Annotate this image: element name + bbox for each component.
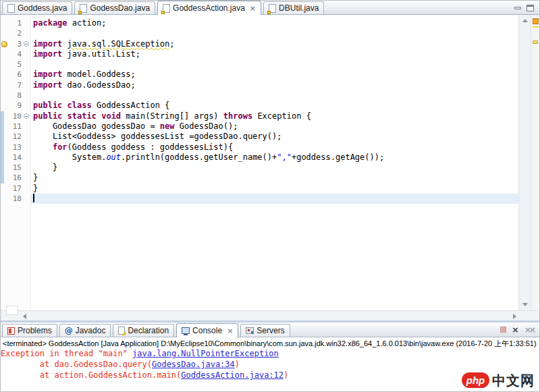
vertical-scrollbar[interactable]	[518, 15, 531, 310]
code-token: main(String[] args)	[121, 111, 223, 121]
fold-row	[23, 69, 30, 80]
fold-row	[23, 152, 30, 163]
code-token: +goddess.getAge());	[292, 152, 384, 162]
code-token: GodessDao();	[175, 121, 238, 131]
code-line: import java.util.List;	[31, 49, 518, 59]
stacktrace-link[interactable]: GodessDao.java:34	[152, 360, 235, 369]
eclipse-window: Goddess.javaGodessDao.javaGoddessAction.…	[0, 0, 540, 392]
code-token: ;	[169, 39, 174, 49]
scroll-right-icon[interactable]	[513, 314, 516, 319]
annotation-row	[1, 163, 8, 173]
editor-tab-dbutil-java[interactable]: DBUtil.java	[263, 1, 324, 14]
code-token: import	[33, 49, 62, 59]
tab-label: GodessDao.java	[90, 3, 150, 13]
code-token	[33, 142, 53, 152]
code-token: throws	[223, 111, 252, 121]
code-token	[62, 111, 67, 121]
code-line: GodessDao godessDao = new GodessDao();	[31, 121, 518, 132]
scroll-up-icon[interactable]	[522, 19, 528, 22]
code-token: for	[53, 142, 68, 152]
stacktrace-line: at dao.GodessDao.query(GodessDao.java:34…	[1, 359, 539, 370]
line-number-ruler[interactable]: 123456789101112131415161718	[8, 15, 23, 310]
code-line: System.out.println(goddess.getUser_name(…	[31, 152, 518, 163]
stderr-text: Exception in thread "main"	[1, 349, 132, 358]
console-tab-problems[interactable]: Problems	[2, 324, 57, 337]
tab-label: Declaration	[128, 326, 169, 335]
code-token: }	[33, 184, 38, 193]
code-token: System.	[33, 152, 106, 162]
console-tab-console[interactable]: Console×	[176, 323, 238, 337]
code-line: List<Goddess> goddessesList =godessDao.q…	[31, 132, 518, 142]
code-token: GodessDao godessDao =	[33, 121, 160, 131]
collapse-icon[interactable]	[24, 113, 29, 119]
code-line: public class GoddessAction {	[31, 101, 518, 111]
console-tab-javadoc[interactable]: @Javadoc	[59, 324, 111, 337]
text-cursor	[33, 194, 34, 202]
code-token: import	[33, 80, 62, 90]
scroll-down-icon[interactable]	[522, 303, 528, 306]
collapse-icon[interactable]	[24, 41, 29, 47]
stacktrace-link[interactable]: GoddessAction.java:12	[181, 370, 284, 380]
scroll-left-icon[interactable]	[23, 314, 26, 319]
quickfix-warning-icon[interactable]	[1, 41, 7, 47]
console-output[interactable]: Exception in thread "main" java.lang.Nul…	[1, 348, 539, 392]
editor-tab-godessdao-java[interactable]: GodessDao.java	[74, 1, 155, 14]
code-token: static	[68, 111, 97, 121]
code-token: import	[33, 39, 62, 49]
code-line: import model.Goddess;	[31, 69, 518, 80]
fold-row	[23, 101, 30, 111]
console-tab-bar: Problems@JavadocDeclarationConsole×Serve…	[1, 323, 539, 337]
terminate-icon[interactable]	[500, 327, 506, 333]
line-number: 5	[8, 59, 22, 69]
console-panel: Problems@JavadocDeclarationConsole×Serve…	[1, 320, 539, 392]
annotation-row	[1, 49, 8, 59]
remove-all-launches-icon[interactable]: ××	[524, 326, 534, 334]
warning-marker-icon[interactable]	[533, 40, 538, 44]
line-number: 14	[8, 152, 22, 163]
watermark-text: 中文网	[492, 373, 535, 388]
annotation-row	[1, 39, 8, 49]
fold-row	[23, 173, 30, 183]
tab-label: Console	[192, 326, 222, 335]
line-number: 11	[8, 121, 22, 132]
console-toolbar: × ××	[500, 325, 539, 337]
stacktrace-line: Exception in thread "main" java.lang.Nul…	[1, 348, 539, 359]
close-tab-icon[interactable]: ×	[250, 4, 256, 13]
folding-ruler[interactable]	[23, 15, 31, 310]
fold-row	[23, 28, 30, 38]
minimize-icon[interactable]	[514, 7, 521, 9]
annotation-ruler[interactable]	[1, 15, 8, 310]
code-area[interactable]: package action;import java.sql.SQLExcept…	[31, 15, 518, 310]
remove-launch-icon[interactable]: ×	[512, 325, 519, 334]
fold-row	[23, 59, 30, 69]
fold-row	[23, 49, 30, 59]
overview-warning-indicator[interactable]	[533, 18, 539, 24]
code-line: public static void main(String[] args) t…	[31, 111, 518, 121]
fold-row	[23, 111, 30, 121]
fold-row	[23, 121, 30, 132]
code-token: new	[160, 121, 175, 131]
console-tab-declaration[interactable]: Declaration	[113, 324, 174, 337]
stderr-text: at dao.GodessDao.query(	[1, 360, 152, 369]
annotation-row	[1, 111, 8, 121]
code-token: ","	[277, 152, 292, 162]
console-tab-servers[interactable]: Servers	[240, 324, 290, 337]
editor-tab-goddess-java[interactable]: Goddess.java	[2, 1, 72, 14]
overview-dash	[533, 26, 539, 28]
maximize-icon[interactable]	[526, 5, 534, 11]
line-number: 9	[8, 101, 22, 111]
java-file-icon	[269, 4, 276, 13]
fold-row	[23, 18, 30, 28]
fold-row	[23, 142, 30, 152]
code-line: }	[31, 173, 518, 183]
line-number: 1	[8, 18, 22, 28]
stacktrace-link[interactable]: java.lang.NullPointerException	[132, 349, 279, 358]
line-number: 7	[8, 80, 22, 90]
close-tab-icon[interactable]: ×	[227, 327, 233, 335]
code-token	[62, 101, 67, 110]
annotation-row	[1, 173, 8, 183]
editor-tab-goddessaction-java[interactable]: GoddessAction.java×	[157, 1, 261, 15]
overview-ruler[interactable]	[531, 15, 539, 310]
annotation-row	[1, 101, 8, 111]
horizontal-scrollbar[interactable]	[1, 310, 539, 320]
